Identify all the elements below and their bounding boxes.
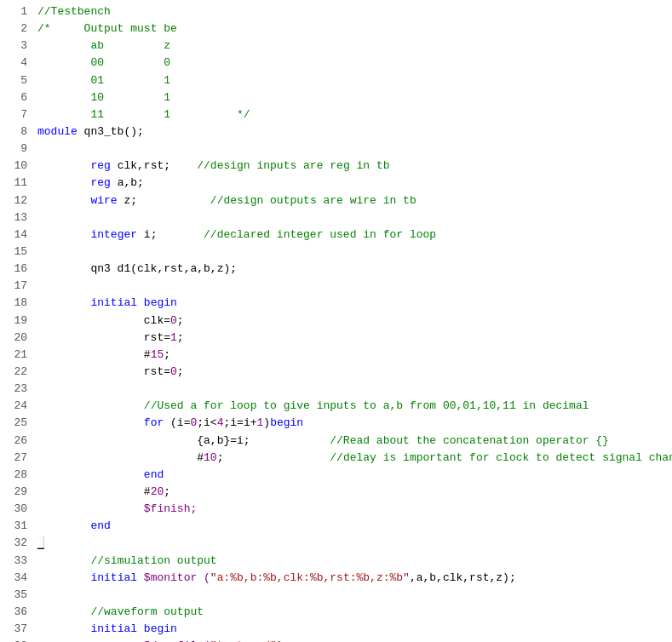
code-segment: ; bbox=[217, 451, 330, 464]
line-content: clk=0; bbox=[37, 312, 184, 330]
code-segment: //simulation output bbox=[90, 554, 216, 567]
line-content bbox=[37, 381, 44, 398]
code-segment: ) bbox=[263, 416, 270, 429]
line-content: qn3 d1(clk,rst,a,b,z); bbox=[37, 261, 237, 278]
line-number: 31 bbox=[7, 518, 27, 535]
code-segment bbox=[37, 399, 144, 412]
code-segment bbox=[37, 159, 90, 172]
code-segment: begin bbox=[144, 296, 177, 309]
code-segment: initial bbox=[90, 571, 137, 584]
code-segment: //declared integer used in for loop bbox=[204, 228, 436, 241]
line-content bbox=[37, 278, 44, 295]
code-segment: 20 bbox=[151, 485, 164, 498]
code-segment bbox=[37, 296, 90, 309]
line-content bbox=[37, 140, 44, 158]
line-number: 23 bbox=[7, 381, 27, 398]
code-segment: z; bbox=[118, 194, 210, 207]
code-segment: # bbox=[37, 451, 204, 464]
code-segment: ab z bbox=[37, 39, 170, 52]
code-line: 32█ bbox=[0, 535, 672, 552]
code-segment: reg bbox=[90, 176, 110, 189]
code-segment: {a,b}=i; bbox=[37, 434, 330, 447]
code-line: 28 end bbox=[0, 467, 672, 484]
line-content: rst=0; bbox=[37, 364, 184, 381]
code-segment: end bbox=[144, 468, 164, 481]
code-segment bbox=[37, 519, 90, 532]
code-segment: 0 bbox=[170, 314, 177, 327]
line-number: 5 bbox=[7, 72, 27, 89]
line-number: 35 bbox=[7, 587, 27, 604]
code-line: 34 initial $monitor ("a:%b,b:%b,clk:%b,r… bbox=[0, 570, 672, 587]
line-content: end bbox=[37, 467, 164, 484]
code-segment bbox=[37, 571, 90, 584]
code-segment: wire bbox=[90, 194, 117, 207]
line-number: 14 bbox=[7, 226, 27, 244]
code-segment: 10 1 bbox=[37, 91, 170, 104]
line-number: 6 bbox=[7, 89, 27, 106]
code-line: 1//Testbench bbox=[0, 3, 672, 20]
line-content: reg a,b; bbox=[37, 175, 144, 192]
code-line: 27 #10; //delay is important for clock t… bbox=[0, 450, 672, 467]
code-segment: //Read about the concatenation operator … bbox=[330, 434, 609, 447]
code-line: 14 integer i; //declared integer used in… bbox=[0, 226, 672, 244]
code-segment: Output must be bbox=[51, 22, 177, 35]
code-line: 10 reg clk,rst; //design inputs are reg … bbox=[0, 158, 672, 175]
code-line: 19 clk=0; bbox=[0, 312, 672, 330]
code-segment: ;i< bbox=[197, 416, 216, 429]
code-segment: "a:%b,b:%b,clk:%b,rst:%b,z:%b" bbox=[210, 571, 410, 584]
code-line: 20 rst=1; bbox=[0, 330, 672, 347]
code-line: 17 bbox=[0, 278, 672, 295]
code-line: 7 11 1 */ bbox=[0, 106, 672, 123]
code-segment: 15 bbox=[151, 348, 164, 361]
code-line: 31 end bbox=[0, 518, 672, 535]
code-line: 36 //waveform output bbox=[0, 604, 672, 621]
code-segment: //Used a for loop to give inputs to a,b … bbox=[144, 399, 589, 412]
line-number: 2 bbox=[7, 20, 27, 37]
line-content: //waveform output bbox=[37, 604, 204, 621]
code-line: 9 bbox=[0, 140, 672, 158]
code-segment: (i= bbox=[164, 416, 190, 429]
code-line: 35 bbox=[0, 587, 672, 604]
line-content: 00 0 bbox=[37, 54, 170, 72]
line-number: 36 bbox=[7, 604, 27, 621]
line-content: $dumpfile("test.vcd"); bbox=[37, 638, 290, 642]
code-segment: integer bbox=[90, 228, 137, 241]
code-line: 11 reg a,b; bbox=[0, 175, 672, 192]
line-content: wire z; //design outputs are wire in tb bbox=[37, 192, 416, 209]
line-number: 11 bbox=[7, 175, 27, 192]
line-content: #20; bbox=[37, 484, 170, 501]
line-content: module qn3_tb(); bbox=[37, 123, 144, 140]
line-number: 15 bbox=[7, 244, 27, 261]
line-number: 34 bbox=[7, 570, 27, 587]
code-segment: 10 bbox=[204, 451, 217, 464]
code-line: 16 qn3 d1(clk,rst,a,b,z); bbox=[0, 261, 672, 278]
code-segment: for bbox=[144, 416, 164, 429]
line-content: initial begin bbox=[37, 295, 177, 312]
code-segment: # bbox=[37, 348, 151, 361]
code-line: 13 bbox=[0, 209, 672, 226]
line-number: 25 bbox=[7, 415, 27, 432]
code-line: 4 00 0 bbox=[0, 54, 672, 72]
code-segment: module bbox=[37, 125, 78, 138]
code-line: 8module qn3_tb(); bbox=[0, 123, 672, 140]
code-segment: ; bbox=[164, 348, 170, 361]
code-segment bbox=[37, 605, 90, 618]
code-segment: 1 bbox=[170, 331, 177, 344]
code-segment: ; bbox=[177, 365, 184, 378]
code-line: 12 wire z; //design outputs are wire in … bbox=[0, 192, 672, 209]
code-segment: $finish; bbox=[37, 502, 197, 515]
line-number: 22 bbox=[7, 364, 27, 381]
line-number: 16 bbox=[7, 261, 27, 278]
line-content: initial $monitor ("a:%b,b:%b,clk:%b,rst:… bbox=[37, 570, 516, 587]
line-number: 7 bbox=[7, 106, 27, 123]
code-segment: clk,rst; bbox=[111, 159, 197, 172]
line-content: 11 1 */ bbox=[37, 106, 250, 123]
line-content: //simulation output bbox=[37, 553, 217, 570]
code-segment: rst= bbox=[37, 331, 170, 344]
line-number: 9 bbox=[7, 140, 27, 158]
line-number: 17 bbox=[7, 278, 27, 295]
line-content: rst=1; bbox=[37, 330, 184, 347]
code-segment bbox=[37, 228, 90, 241]
line-number: 26 bbox=[7, 433, 27, 450]
code-segment: //waveform output bbox=[90, 605, 204, 618]
